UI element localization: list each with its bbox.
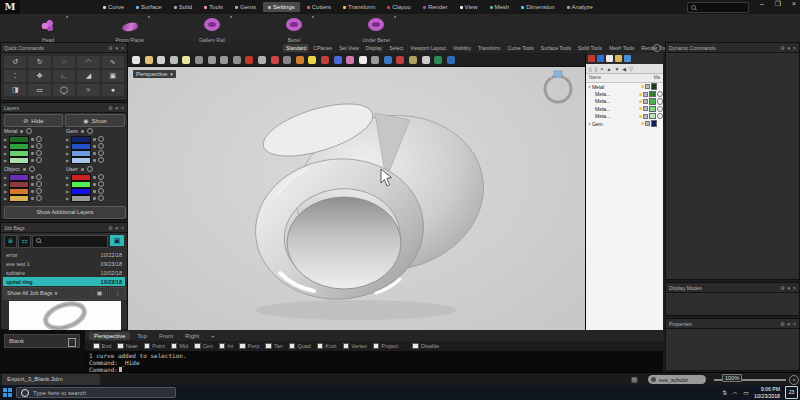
layer-color-row[interactable]: ▶ <box>66 188 104 195</box>
arc-button[interactable]: ◠ <box>77 56 99 68</box>
display-tab-icon[interactable] <box>588 55 595 62</box>
osnap-toggle-int[interactable]: Int <box>219 343 234 350</box>
layer-color-swatch[interactable] <box>71 143 91 150</box>
viewport-label[interactable]: Perspective▾ <box>133 70 176 78</box>
network-icon[interactable]: ⇅ <box>722 389 727 396</box>
layer-color-row[interactable]: ▶ <box>4 150 42 157</box>
menu-item-cutters[interactable]: Cutters <box>302 2 336 12</box>
gear-icon[interactable]: ⚙ <box>108 105 112 111</box>
lock-icon[interactable] <box>643 114 648 119</box>
job-bag-row[interactable]: error10/22/18 <box>3 250 125 259</box>
layer-color-row[interactable]: ▶ <box>4 157 42 164</box>
lock-icon[interactable] <box>645 121 650 126</box>
menu-item-clayoo[interactable]: Clayoo <box>382 2 416 12</box>
menu-item-transform[interactable]: Transform <box>338 2 380 12</box>
camera-button[interactable]: ▣ <box>91 287 108 300</box>
collapse-icon[interactable]: ▾ <box>116 45 119 51</box>
bulb-icon[interactable] <box>639 93 642 96</box>
open-file-icon[interactable] <box>145 56 153 64</box>
spheres-pair-icon[interactable] <box>384 56 392 64</box>
layer-color-swatch[interactable] <box>649 106 656 113</box>
menu-item-gems[interactable]: Gems <box>230 2 261 12</box>
angle-button[interactable]: ◢ <box>77 70 99 82</box>
close-button[interactable]: × <box>792 0 796 8</box>
layer-group-object[interactable]: Object <box>4 166 35 172</box>
layer-color-row[interactable]: ▶ <box>66 150 104 157</box>
layer-color-swatch[interactable] <box>9 174 29 181</box>
layer-color-row[interactable]: ▶ <box>66 174 104 181</box>
material-icon[interactable] <box>657 113 664 120</box>
layer-color-row[interactable]: ▶ <box>66 195 104 202</box>
polyline-button[interactable]: ∟ <box>53 70 75 82</box>
start-button[interactable] <box>0 385 14 400</box>
delete-layer-icon[interactable]: × <box>601 66 604 72</box>
new-job-bag-button[interactable]: ▣ <box>110 235 124 246</box>
job-bag-row[interactable]: solitaire10/02/18 <box>3 268 125 277</box>
layer-color-swatch[interactable] <box>71 181 91 188</box>
blank-job-item[interactable]: Blank <box>4 334 80 348</box>
eye-icon[interactable] <box>98 157 104 163</box>
open-file-tab[interactable]: Export_3_Blank.3dm <box>2 374 100 385</box>
viewport-canvas[interactable] <box>128 67 585 331</box>
layer-group-row[interactable]: ∨Metal <box>586 83 663 90</box>
toolbar-tab-solid-tools[interactable]: Solid Tools <box>575 44 605 52</box>
osnap-disable-toggle[interactable]: Disable <box>412 343 439 350</box>
viewport-tab-front[interactable]: Front <box>154 332 178 340</box>
list-view-button[interactable]: ≣ <box>4 235 17 248</box>
viewport-tab-right[interactable]: Right <box>180 332 204 340</box>
close-icon[interactable]: × <box>121 45 124 51</box>
material-column-header[interactable]: Ma <box>654 75 660 81</box>
layer-row[interactable]: Meta... <box>586 113 663 120</box>
zoom-icon[interactable] <box>220 56 228 64</box>
layer-color-row[interactable]: ▶ <box>66 143 104 150</box>
close-icon[interactable]: × <box>793 285 796 291</box>
new-sublayer-icon[interactable]: ▯ <box>595 66 598 72</box>
layer-row[interactable]: Meta... <box>586 105 663 112</box>
gear-icon[interactable]: ⚙ <box>108 225 112 231</box>
layer-color-swatch[interactable] <box>9 150 29 157</box>
collapse-all-icon[interactable]: ◀ <box>622 66 626 72</box>
sphere-gray-icon[interactable] <box>371 56 379 64</box>
collapse-icon[interactable]: ▾ <box>788 321 791 327</box>
osnap-toggle-perp[interactable]: Perp <box>239 343 259 350</box>
eye-icon[interactable] <box>422 56 430 64</box>
jewelry-tool-under-bezel[interactable]: Under Bezel <box>342 14 410 42</box>
layer-color-row[interactable]: ▶ <box>4 188 42 195</box>
grid-icon[interactable]: ▦ <box>631 376 638 383</box>
layer-color-swatch[interactable] <box>71 188 91 195</box>
show-additional-layers-button[interactable]: Show Additional Layers <box>4 206 126 219</box>
toolbar-tab-visibility[interactable]: Visibility <box>450 44 474 52</box>
layer-color-swatch[interactable] <box>71 150 91 157</box>
sphere-red-icon[interactable] <box>321 56 329 64</box>
job-bag-row[interactable]: eve test 109/23/18 <box>3 259 125 268</box>
gear-icon[interactable]: ⚙ <box>780 321 784 327</box>
libraries-tab-icon[interactable] <box>615 55 622 62</box>
osnap-toggle-end[interactable]: End <box>93 343 111 350</box>
flow-button[interactable]: ≈ <box>77 84 99 96</box>
flower-icon[interactable] <box>296 56 304 64</box>
save-icon[interactable] <box>157 56 165 64</box>
print-icon[interactable] <box>170 56 178 64</box>
jewelry-tool-prong-placer[interactable]: Prong Placer <box>96 14 164 42</box>
eye-icon[interactable] <box>98 143 104 149</box>
new-file-icon[interactable] <box>132 56 140 64</box>
torus-button[interactable]: ◯ <box>53 84 75 96</box>
layer-color-swatch[interactable] <box>71 174 91 181</box>
gear-icon[interactable]: ⚙ <box>780 45 784 51</box>
curve-button[interactable]: ∿ <box>102 56 124 68</box>
layer-color-swatch[interactable] <box>9 143 29 150</box>
ring-model[interactable] <box>250 93 496 320</box>
toolbar-tab-surface-tools[interactable]: Surface Tools <box>538 44 574 52</box>
menu-item-render[interactable]: Render <box>418 2 453 12</box>
eye-icon[interactable] <box>98 195 104 201</box>
viewport-tab-top[interactable]: Top <box>132 332 152 340</box>
eye-icon[interactable] <box>98 136 104 142</box>
collapse-icon[interactable]: ▾ <box>788 285 791 291</box>
toolbar-tab-curve-tools[interactable]: Curve Tools <box>505 44 537 52</box>
gear-icon[interactable]: ⚙ <box>108 45 112 51</box>
material-icon[interactable] <box>657 91 664 98</box>
collapse-icon[interactable]: ▾ <box>116 105 119 111</box>
osnap-toggle-mid[interactable]: Mid <box>171 343 188 350</box>
eye-icon[interactable] <box>98 181 104 187</box>
sphere-blue-icon[interactable] <box>334 56 342 64</box>
